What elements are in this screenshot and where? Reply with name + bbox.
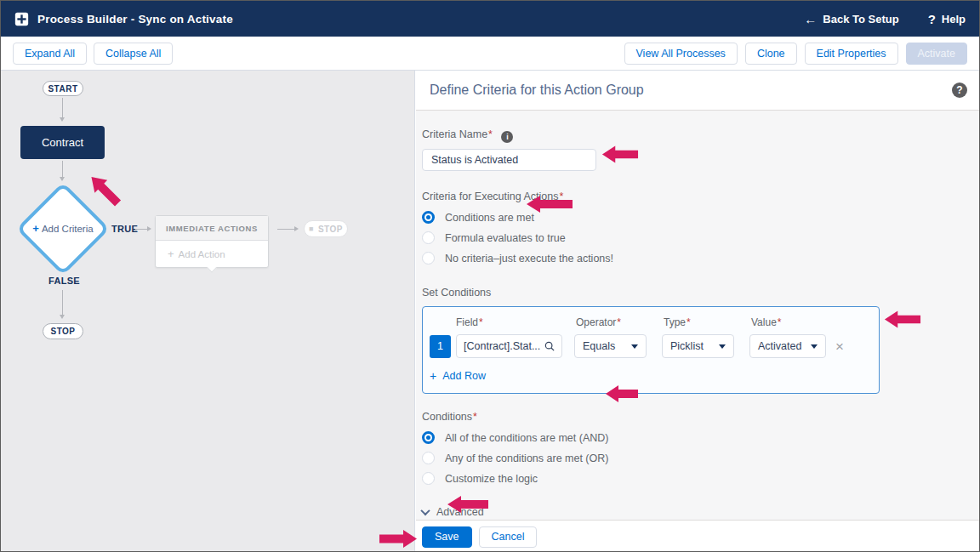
search-icon bbox=[544, 341, 555, 351]
panel-footer: Save Cancel bbox=[416, 520, 980, 552]
conditions-builder: Field* Operator* Type* Value* 1 [Contrac… bbox=[422, 306, 880, 394]
remove-row-icon[interactable]: × bbox=[835, 339, 844, 354]
chevron-down-icon bbox=[811, 344, 818, 349]
back-arrow-icon: ← bbox=[804, 12, 817, 26]
connector-start-contract bbox=[62, 98, 63, 120]
stop-square-icon: ■ bbox=[309, 225, 314, 233]
criteria-panel: Define Criteria for this Action Group ? … bbox=[416, 71, 980, 552]
panel-header: Define Criteria for this Action Group ? bbox=[416, 71, 980, 111]
conditions-label: Conditions* bbox=[422, 411, 477, 423]
false-label: FALSE bbox=[48, 276, 80, 286]
save-button[interactable]: Save bbox=[422, 526, 472, 548]
advanced-section: Advanced Do you want to execute the acti… bbox=[422, 506, 967, 520]
criteria-name-section: Criteria Name* i bbox=[422, 126, 967, 171]
executing-actions-label: Criteria for Executing Actions* bbox=[422, 191, 563, 202]
chevron-down-icon bbox=[719, 344, 726, 349]
true-label: TRUE bbox=[111, 224, 138, 234]
immediate-actions-header: IMMEDIATE ACTIONS bbox=[156, 216, 268, 241]
help-link[interactable]: ? Help bbox=[928, 12, 966, 26]
row-number-badge: 1 bbox=[430, 335, 451, 358]
executing-actions-section: Criteria for Executing Actions* Conditio… bbox=[422, 188, 967, 265]
add-row-button[interactable]: +Add Row bbox=[430, 369, 867, 383]
connector-false-stop bbox=[62, 290, 63, 317]
operator-select[interactable]: Equals bbox=[574, 334, 647, 358]
back-to-setup-link[interactable]: ← Back To Setup bbox=[804, 12, 898, 26]
help-icon: ? bbox=[928, 12, 936, 26]
collapse-all-button[interactable]: Collapse All bbox=[94, 43, 173, 65]
clone-button[interactable]: Clone bbox=[745, 43, 797, 65]
stop-node-after-actions: ■ STOP bbox=[304, 220, 348, 237]
radio-selected-icon bbox=[422, 211, 435, 224]
panel-body: Criteria Name* i Criteria for Executing … bbox=[416, 111, 980, 520]
immediate-actions-box: IMMEDIATE ACTIONS +Add Action bbox=[155, 215, 269, 268]
connector-actions-stop bbox=[277, 229, 297, 230]
chevron-down-icon bbox=[631, 344, 638, 349]
plus-icon: + bbox=[430, 369, 436, 383]
page-title: Process Builder - Sync on Activate bbox=[37, 13, 233, 26]
radio-any-conditions-or[interactable]: Any of the conditions are met (OR) bbox=[422, 452, 967, 464]
edit-properties-button[interactable]: Edit Properties bbox=[805, 43, 898, 65]
process-canvas: START Contract +Add Criteria TRUE IMMEDI… bbox=[1, 71, 415, 552]
radio-no-criteria[interactable]: No criteria–just execute the actions! bbox=[422, 252, 967, 265]
condition-row: 1 [Contract].Stat... Equals Picklist bbox=[430, 334, 867, 358]
radio-icon bbox=[422, 472, 435, 485]
chevron-down-icon bbox=[420, 506, 430, 515]
type-select[interactable]: Picklist bbox=[662, 334, 734, 358]
conditions-logic-section: Conditions* All of the conditions are me… bbox=[422, 408, 967, 485]
condition-column-headers: Field* Operator* Type* Value* bbox=[456, 316, 867, 328]
panel-help-icon[interactable]: ? bbox=[952, 83, 967, 98]
cancel-button[interactable]: Cancel bbox=[479, 526, 538, 548]
plus-icon: + bbox=[32, 222, 39, 235]
start-node: START bbox=[43, 81, 83, 96]
criteria-name-input[interactable] bbox=[422, 149, 596, 171]
panel-title: Define Criteria for this Action Group bbox=[430, 83, 644, 98]
expand-all-button[interactable]: Expand All bbox=[13, 43, 87, 65]
radio-conditions-are-met[interactable]: Conditions are met bbox=[422, 211, 967, 224]
connector-true bbox=[135, 229, 150, 230]
stop-node-false: STOP bbox=[43, 323, 83, 339]
advanced-toggle[interactable]: Advanced bbox=[422, 506, 967, 518]
info-icon[interactable]: i bbox=[501, 131, 513, 143]
process-builder-window: Process Builder - Sync on Activate ← Bac… bbox=[0, 0, 980, 552]
toolbar: Expand All Collapse All View All Process… bbox=[1, 37, 979, 71]
record-node-contract[interactable]: Contract bbox=[20, 126, 105, 159]
set-conditions-label: Set Conditions bbox=[422, 287, 491, 299]
process-builder-icon bbox=[14, 12, 29, 26]
radio-icon bbox=[422, 252, 435, 265]
add-criteria-label[interactable]: +Add Criteria bbox=[9, 222, 117, 235]
plus-icon: + bbox=[168, 248, 174, 260]
set-conditions-section: Set Conditions Field* Operator* Type* Va… bbox=[422, 284, 967, 394]
criteria-name-label: Criteria Name* bbox=[422, 128, 493, 140]
radio-icon bbox=[422, 452, 435, 464]
radio-selected-icon bbox=[422, 431, 435, 444]
app-header: Process Builder - Sync on Activate ← Bac… bbox=[1, 1, 979, 37]
view-all-processes-button[interactable]: View All Processes bbox=[624, 43, 738, 65]
activate-button[interactable]: Activate bbox=[906, 43, 967, 65]
radio-all-conditions-and[interactable]: All of the conditions are met (AND) bbox=[422, 431, 967, 444]
field-lookup-input[interactable]: [Contract].Stat... bbox=[456, 334, 562, 358]
radio-formula-evaluates[interactable]: Formula evaluates to true bbox=[422, 231, 967, 244]
value-select[interactable]: Activated bbox=[749, 334, 826, 358]
radio-icon bbox=[422, 231, 435, 244]
connector-contract-criteria bbox=[62, 161, 63, 179]
radio-customize-logic[interactable]: Customize the logic bbox=[422, 472, 967, 485]
